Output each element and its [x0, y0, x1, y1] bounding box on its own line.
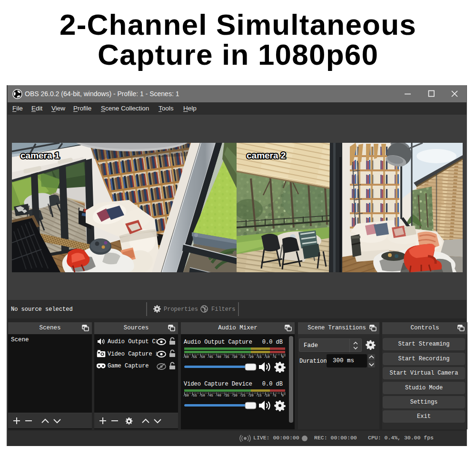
svg-text:camera 2: camera 2: [247, 150, 286, 160]
svg-text:camera 1: camera 1: [20, 150, 60, 160]
